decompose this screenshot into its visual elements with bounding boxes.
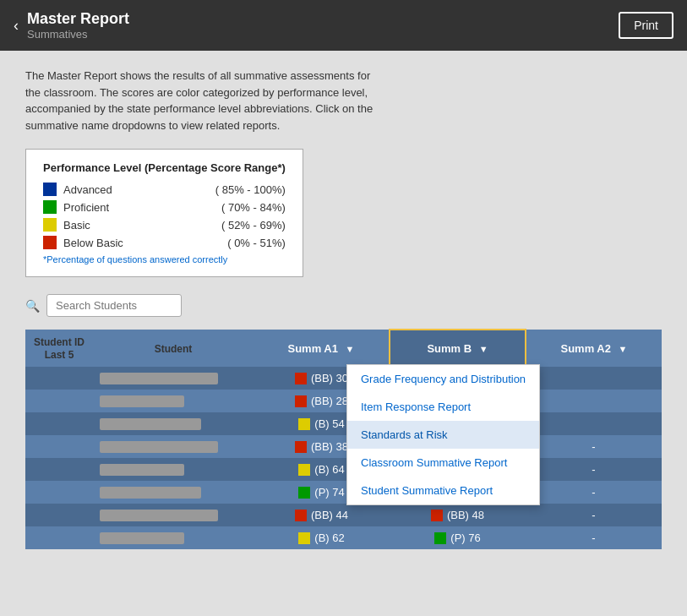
advanced-range: ( 85% - 100%): [215, 183, 286, 196]
search-icon: 🔍: [25, 299, 40, 313]
cell-score-b: (P) 76: [390, 526, 526, 549]
proficient-color-swatch: [43, 200, 57, 214]
app-header: ‹ Master Report Summatives Print: [0, 0, 687, 51]
col-header-student-id: Student IDLast 5: [25, 330, 93, 367]
col-header-summ-a1[interactable]: Summ A1 ▼: [254, 330, 390, 367]
score-text: (BB) 44: [311, 509, 348, 521]
table-row: (B) 64(P) 70-: [25, 458, 662, 481]
cell-student-name: [93, 481, 254, 504]
cell-student-id: [25, 458, 93, 481]
below-basic-range: ( 0% - 51%): [227, 237, 286, 249]
header-title-block: Master Report Summatives: [27, 10, 129, 41]
score-text: (BB) 28: [311, 395, 348, 407]
cell-score-a2: -: [526, 435, 662, 458]
back-button[interactable]: ‹: [14, 17, 19, 35]
cell-student-name: [93, 367, 254, 390]
performance-level-box: Performance Level (Percentage Score Rang…: [25, 149, 303, 277]
cell-student-name: [93, 412, 254, 435]
score-color-dot: [431, 510, 443, 521]
cell-score-a1: (BB) 44: [254, 504, 390, 526]
cell-student-id: [25, 412, 93, 435]
table-row: (B) 54: [25, 412, 662, 435]
cell-score-a2: -: [526, 504, 662, 526]
cell-student-name: [93, 504, 254, 526]
score-color-dot: [298, 532, 310, 544]
col-header-student: Student: [93, 330, 254, 367]
print-button[interactable]: Print: [619, 12, 673, 39]
score-text: (P) 74: [314, 486, 344, 499]
cell-student-name: [93, 526, 254, 549]
col-header-summ-b[interactable]: Summ B ▼: [390, 330, 526, 367]
cell-student-id: [25, 367, 93, 390]
score-color-dot: [298, 418, 310, 430]
table-row: (BB) 30: [25, 367, 662, 390]
table-row: (P) 74(P) 78-: [25, 481, 662, 504]
student-name-bar: [100, 487, 201, 499]
score-color-dot: [295, 395, 307, 407]
score-color-dot: [295, 441, 307, 453]
score-text: (B) 62: [314, 532, 344, 544]
performance-box-title: Performance Level (Percentage Score Rang…: [43, 161, 286, 174]
student-name-bar: [100, 464, 184, 476]
dropdown-item-item-response[interactable]: Item Response Report: [347, 393, 539, 421]
score-text: (P) 76: [450, 532, 480, 544]
table-row: (BB) 28: [25, 390, 662, 412]
perf-level-below-basic: Below Basic ( 0% - 51%): [43, 236, 286, 249]
search-input[interactable]: [46, 294, 182, 317]
cell-student-id: [25, 390, 93, 412]
student-name-bar: [100, 510, 218, 521]
dropdown-item-standards-at-risk[interactable]: Standards at Risk: [347, 421, 539, 449]
advanced-color-swatch: [43, 183, 57, 196]
student-name-bar: [100, 532, 184, 544]
basic-color-swatch: [43, 218, 57, 232]
cell-score-a2: [526, 390, 662, 412]
score-text: (BB) 48: [447, 509, 484, 521]
cell-score-b: (BB) 48: [390, 504, 526, 526]
cell-student-id: [25, 481, 93, 504]
table-header-row: Student IDLast 5 Student Summ A1 ▼ Summ …: [25, 330, 662, 367]
score-text: (BB) 30: [311, 372, 348, 384]
performance-note: *Percentage of questions answered correc…: [43, 254, 286, 264]
proficient-range: ( 70% - 84%): [221, 201, 286, 214]
cell-score-a1: (B) 62: [254, 526, 390, 549]
perf-level-proficient: Proficient ( 70% - 84%): [43, 200, 286, 214]
summ-a1-dropdown-arrow: ▼: [346, 344, 355, 354]
basic-label: Basic: [63, 219, 139, 232]
perf-level-basic: Basic ( 52% - 69%): [43, 218, 286, 232]
cell-score-a2: -: [526, 526, 662, 549]
cell-score-a2: -: [526, 458, 662, 481]
score-color-dot: [434, 532, 446, 544]
dropdown-item-grade-frequency[interactable]: Grade Frequency and Distribution: [347, 365, 539, 393]
summ-a2-dropdown-arrow: ▼: [619, 344, 628, 354]
score-color-dot: [295, 510, 307, 521]
summ-b-dropdown-arrow: ▼: [479, 344, 488, 354]
table-row: (B) 62(P) 76-: [25, 526, 662, 549]
student-name-bar: [100, 395, 184, 407]
cell-student-name: [93, 390, 254, 412]
search-row: 🔍: [25, 294, 662, 317]
cell-student-id: [25, 504, 93, 526]
score-color-dot: [298, 487, 310, 499]
cell-score-a2: -: [526, 481, 662, 504]
description-text: The Master Report shows the results of a…: [25, 68, 380, 134]
cell-student-name: [93, 458, 254, 481]
col-header-summ-a2[interactable]: Summ A2 ▼: [526, 330, 662, 367]
student-name-bar: [100, 441, 218, 453]
cell-score-a2: [526, 367, 662, 390]
main-content: The Master Report shows the results of a…: [0, 51, 687, 616]
dropdown-item-classroom-summative[interactable]: Classroom Summative Report: [347, 449, 539, 477]
proficient-label: Proficient: [63, 201, 139, 214]
summ-b-dropdown-menu: Grade Frequency and Distribution Item Re…: [346, 364, 540, 505]
score-text: (B) 64: [314, 463, 344, 476]
cell-student-id: [25, 435, 93, 458]
student-name-bar: [100, 418, 201, 430]
dropdown-item-student-summative[interactable]: Student Summative Report: [347, 477, 539, 504]
below-basic-label: Below Basic: [63, 237, 139, 249]
table-row: (BB) 44(BB) 48-: [25, 504, 662, 526]
page-subtitle: Summatives: [27, 28, 129, 41]
score-color-dot: [298, 464, 310, 476]
score-text: (B) 54: [314, 417, 344, 430]
cell-score-a2: [526, 412, 662, 435]
score-color-dot: [295, 373, 307, 384]
basic-range: ( 52% - 69%): [221, 219, 286, 232]
